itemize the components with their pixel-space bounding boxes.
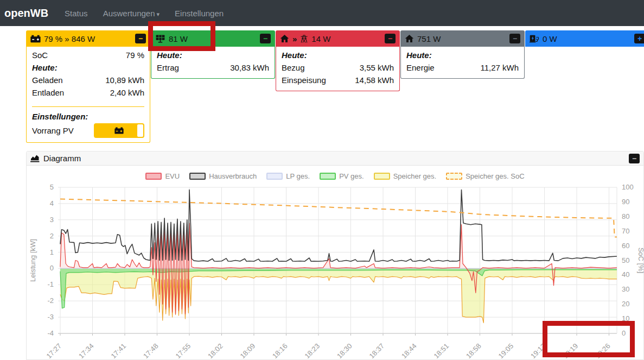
nav-item-einstellungen[interactable]: Einstellungen — [175, 9, 224, 18]
svg-text:2: 2 — [50, 232, 54, 240]
brand-logo[interactable]: openWB — [4, 7, 48, 20]
legend-label: Hausverbrauch — [209, 172, 257, 180]
battery-card-header: 79 % » 846 W − — [26, 30, 150, 47]
stat-value: 79 % — [126, 49, 144, 61]
legend-item: EVU — [145, 172, 180, 180]
svg-text:-1: -1 — [47, 280, 54, 288]
svg-text:18:16: 18:16 — [271, 342, 289, 360]
settings-heading: Einstellungen: — [32, 110, 144, 123]
card-divider — [32, 106, 144, 107]
legend-swatch — [320, 173, 336, 180]
svg-text:100: 100 — [622, 183, 634, 191]
double-chevron: » — [292, 34, 297, 43]
stat-label: Einspeisung — [282, 74, 326, 86]
svg-text:4: 4 — [50, 199, 54, 207]
legend-swatch — [189, 173, 206, 180]
legend-item: Speicher ges. — [374, 172, 437, 180]
svg-text:18:37: 18:37 — [368, 342, 386, 360]
svg-text:17:27: 17:27 — [45, 342, 63, 360]
chart-legend: EVUHausverbrauchLP ges.PV ges.Speicher g… — [27, 169, 643, 183]
svg-text:-4: -4 — [47, 329, 54, 337]
stat-label: Entladen — [32, 86, 64, 99]
svg-text:20: 20 — [622, 300, 629, 308]
house-header-value: 751 W — [417, 34, 441, 43]
svg-text:18:23: 18:23 — [303, 342, 322, 360]
stat-value: 2,40 kWh — [110, 86, 144, 99]
today-heading: Heute: — [282, 49, 394, 61]
svg-text:18:30: 18:30 — [335, 342, 354, 360]
stat-row-bezug: Bezug 3,55 kWh — [282, 61, 394, 74]
legend-item: Hausverbrauch — [189, 172, 257, 180]
charging-station-icon — [530, 35, 539, 43]
stat-row-entladen: Entladen 2,40 kWh — [32, 86, 144, 99]
svg-text:18:51: 18:51 — [432, 342, 451, 360]
stat-row-soc: SoC 79 % — [32, 49, 144, 61]
diagram-collapse-button[interactable]: − — [629, 154, 640, 163]
stat-value: 3,55 kWh — [360, 61, 394, 74]
legend-swatch — [145, 173, 162, 180]
svg-text:SoC [%]: SoC [%] — [637, 248, 644, 274]
car-battery-icon — [114, 127, 124, 134]
pv-collapse-button[interactable]: − — [260, 34, 271, 43]
svg-text:17:48: 17:48 — [142, 342, 160, 360]
today-heading: Heute: — [406, 49, 519, 61]
transmission-tower-icon — [300, 34, 308, 43]
toggle-knob — [137, 124, 143, 137]
svg-text:5: 5 — [50, 183, 54, 191]
svg-text:1: 1 — [50, 248, 54, 256]
svg-text:17:34: 17:34 — [77, 342, 95, 360]
house-icon — [405, 35, 414, 42]
chargepoint-card: 0 W + — [525, 30, 644, 47]
car-battery-icon — [30, 35, 41, 43]
vorrang-pv-toggle[interactable] — [94, 123, 144, 138]
stat-row-einspeisung: Einspeisung 14,58 kWh — [282, 74, 394, 86]
svg-text:60: 60 — [622, 242, 629, 250]
svg-text:50: 50 — [622, 256, 629, 264]
house-collapse-button[interactable]: − — [509, 34, 520, 43]
battery-card: 79 % » 846 W − SoC 79 % Heute: Geladen 1… — [26, 30, 150, 143]
stat-value: 10,89 kWh — [105, 74, 144, 86]
svg-text:19:05: 19:05 — [497, 342, 515, 360]
legend-swatch — [374, 173, 390, 180]
legend-label: PV ges. — [339, 172, 364, 180]
stat-label: SoC — [32, 49, 48, 61]
svg-text:0: 0 — [50, 264, 54, 272]
area-chart-icon — [30, 155, 40, 162]
stat-value: 11,27 kWh — [480, 61, 519, 74]
svg-text:Leistung [kW]: Leistung [kW] — [29, 239, 37, 282]
chevron-down-icon: ▾ — [157, 11, 160, 17]
nav-item-status[interactable]: Status — [65, 9, 88, 18]
stat-label: Bezug — [282, 61, 305, 74]
grid-card-body: Heute: Bezug 3,55 kWh Einspeisung 14,58 … — [276, 47, 400, 91]
grid-card: » 14 W − Heute: Bezug 3,55 kWh Einspeisu… — [276, 30, 400, 91]
battery-header-value: 79 % » 846 W — [44, 34, 95, 43]
toggle-label: Vorrang PV — [32, 126, 74, 135]
battery-collapse-button[interactable]: − — [135, 34, 146, 43]
annotation-box — [543, 321, 635, 357]
svg-text:90: 90 — [622, 198, 629, 206]
stat-label: Geladen — [32, 74, 63, 86]
svg-text:17:55: 17:55 — [174, 342, 193, 360]
today-heading: Heute: — [32, 61, 144, 74]
svg-text:18:58: 18:58 — [464, 342, 483, 360]
diagram-panel-title: Diagramm — [43, 154, 81, 163]
svg-text:18:02: 18:02 — [206, 342, 225, 360]
house-icon — [280, 35, 289, 42]
legend-label: Speicher ges. — [393, 172, 437, 180]
nav-item-auswertungen[interactable]: Auswertungen▾ — [103, 9, 160, 18]
svg-text:70: 70 — [622, 227, 629, 235]
legend-label: LP ges. — [286, 172, 310, 180]
chargepoint-header-value: 0 W — [543, 34, 557, 43]
legend-label: Speicher ges. SoC — [466, 172, 524, 180]
diagram-panel-header: Diagramm − — [27, 151, 643, 166]
svg-text:30: 30 — [622, 285, 629, 293]
chargepoint-expand-button[interactable]: + — [634, 34, 644, 43]
stat-row-geladen: Geladen 10,89 kWh — [32, 74, 144, 86]
annotation-box — [148, 21, 215, 51]
stat-label: Energie — [406, 61, 435, 74]
svg-text:-2: -2 — [47, 296, 54, 305]
legend-swatch — [446, 173, 462, 180]
legend-swatch — [266, 173, 283, 180]
legend-label: EVU — [165, 172, 180, 180]
grid-collapse-button[interactable]: − — [385, 34, 396, 43]
